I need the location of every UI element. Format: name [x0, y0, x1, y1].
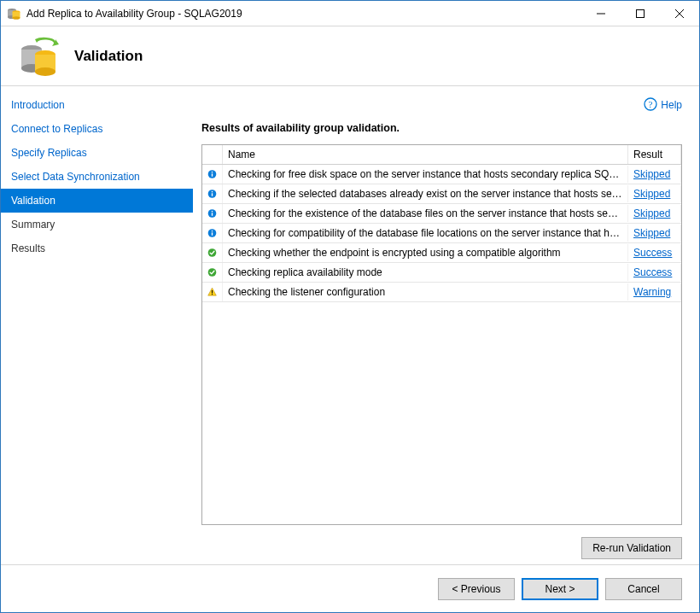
svg-point-15	[35, 67, 55, 76]
svg-rect-33	[212, 294, 213, 295]
sidebar-item-summary[interactable]: Summary	[1, 213, 193, 236]
minimize-button[interactable]	[581, 1, 621, 26]
svg-rect-7	[637, 9, 645, 17]
table-row[interactable]: Checking for free disk space on the serv…	[202, 165, 681, 184]
app-icon	[7, 7, 20, 20]
help-label: Help	[661, 99, 682, 111]
row-result: Success	[628, 264, 681, 281]
maximize-button[interactable]	[621, 1, 660, 26]
window-title: Add Replica to Availability Group - SQLA…	[26, 8, 581, 20]
grid-body: Checking for free disk space on the serv…	[202, 165, 681, 524]
result-link[interactable]: Success	[633, 266, 672, 278]
previous-button[interactable]: < Previous	[438, 578, 515, 600]
row-result: Warning	[628, 283, 681, 301]
result-link[interactable]: Success	[633, 247, 672, 259]
grid-header: Name Result	[202, 145, 681, 165]
validation-subtitle: Results of availability group validation…	[201, 122, 682, 134]
rerun-row: Re-run Validation	[201, 525, 682, 564]
wizard-page-icon	[18, 36, 59, 77]
wizard-header: Validation	[1, 26, 699, 86]
wizard-main: ? Help Results of availability group val…	[193, 86, 699, 564]
svg-rect-26	[212, 211, 213, 212]
table-row[interactable]: Checking the listener configurationWarni…	[202, 283, 681, 302]
next-button[interactable]: Next >	[522, 578, 598, 600]
row-result: Skipped	[628, 225, 681, 242]
result-link[interactable]: Skipped	[633, 188, 670, 200]
svg-rect-22	[212, 193, 213, 196]
row-result: Skipped	[628, 205, 681, 222]
sidebar-item-validation[interactable]: Validation	[1, 189, 193, 213]
table-row[interactable]: Checking if the selected databases alrea…	[202, 184, 681, 204]
help-icon: ?	[644, 97, 657, 114]
row-name: Checking replica availability mode	[223, 264, 628, 281]
sidebar-item-select-data-sync[interactable]: Select Data Synchronization	[1, 165, 193, 189]
grid-header-name[interactable]: Name	[223, 145, 628, 164]
wizard-window: Add Replica to Availability Group - SQLA…	[0, 0, 700, 613]
svg-rect-29	[212, 231, 213, 231]
table-row[interactable]: Checking for compatibility of the databa…	[202, 224, 681, 243]
row-name: Checking for free disk space on the serv…	[223, 166, 628, 183]
help-row: ? Help	[201, 95, 682, 115]
success-icon	[202, 263, 223, 282]
table-row[interactable]: Checking whether the endpoint is encrypt…	[202, 243, 681, 263]
rerun-validation-button[interactable]: Re-run Validation	[581, 537, 682, 559]
svg-rect-32	[212, 290, 213, 293]
sidebar-item-introduction[interactable]: Introduction	[1, 93, 193, 117]
row-result: Skipped	[628, 185, 681, 202]
sidebar-item-specify-replicas[interactable]: Specify Replicas	[1, 141, 193, 165]
svg-point-5	[13, 16, 20, 20]
wizard-footer: < Previous Next > Cancel	[1, 564, 699, 612]
svg-rect-20	[212, 172, 213, 172]
warning-icon	[202, 283, 223, 301]
grid-header-result[interactable]: Result	[628, 145, 681, 164]
info-icon	[202, 204, 223, 223]
wizard-sidebar: Introduction Connect to Replicas Specify…	[1, 86, 193, 564]
table-row[interactable]: Checking for the existence of the databa…	[202, 204, 681, 224]
sidebar-item-connect-replicas[interactable]: Connect to Replicas	[1, 117, 193, 141]
result-link[interactable]: Skipped	[633, 227, 670, 239]
cancel-button[interactable]: Cancel	[605, 578, 682, 600]
row-name: Checking for the existence of the databa…	[223, 205, 628, 222]
svg-rect-19	[212, 173, 213, 176]
page-title: Validation	[74, 48, 143, 65]
help-link[interactable]: ? Help	[644, 97, 682, 114]
success-icon	[202, 243, 223, 262]
info-icon	[202, 224, 223, 242]
row-result: Success	[628, 244, 681, 261]
result-link[interactable]: Warning	[633, 286, 671, 298]
svg-point-30	[208, 248, 217, 257]
row-result: Skipped	[628, 166, 681, 183]
window-controls	[581, 1, 699, 26]
row-name: Checking for compatibility of the databa…	[223, 225, 628, 242]
result-link[interactable]: Skipped	[633, 207, 670, 219]
svg-rect-25	[212, 213, 213, 215]
svg-rect-23	[212, 191, 213, 192]
wizard-body: Introduction Connect to Replicas Specify…	[1, 86, 699, 564]
result-link[interactable]: Skipped	[633, 168, 670, 180]
svg-rect-28	[212, 232, 213, 235]
info-icon	[202, 184, 223, 203]
row-name: Checking the listener configuration	[223, 283, 628, 301]
row-name: Checking whether the endpoint is encrypt…	[223, 244, 628, 261]
table-row[interactable]: Checking replica availability modeSucces…	[202, 263, 681, 283]
sidebar-item-results[interactable]: Results	[1, 236, 193, 260]
close-button[interactable]	[660, 1, 699, 26]
svg-point-31	[208, 268, 217, 277]
titlebar: Add Replica to Availability Group - SQLA…	[1, 1, 699, 26]
svg-text:?: ?	[649, 99, 653, 109]
grid-header-icon	[202, 145, 223, 164]
validation-grid: Name Result Checking for free disk space…	[201, 144, 682, 525]
info-icon	[202, 165, 223, 184]
row-name: Checking if the selected databases alrea…	[223, 185, 628, 202]
